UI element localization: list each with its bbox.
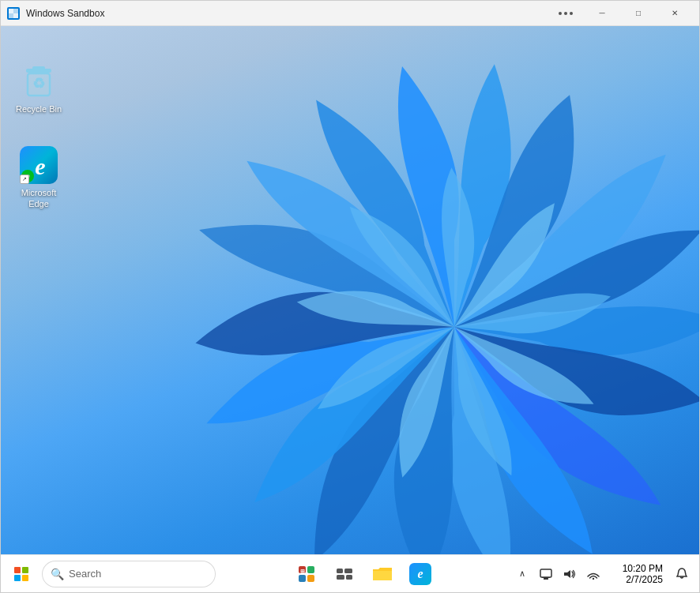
svg-rect-22 <box>373 571 392 580</box>
network-button[interactable] <box>582 560 604 588</box>
svg-rect-21 <box>346 575 352 580</box>
clock-date: 2/7/2025 <box>626 574 663 585</box>
file-explorer-button[interactable] <box>365 557 400 591</box>
app-icon <box>7 7 20 20</box>
search-icon: 🔍 <box>51 568 64 580</box>
svg-rect-14 <box>307 566 314 573</box>
task-view-button[interactable] <box>327 557 362 591</box>
volume-icon <box>563 569 576 580</box>
svg-rect-15 <box>299 575 306 582</box>
recycle-bin-icon[interactable]: ♻ Recycle Bin <box>7 59 70 118</box>
svg-text:⊞: ⊞ <box>300 568 305 573</box>
svg-text:e: e <box>35 153 45 179</box>
window-controls: ─ □ ✕ <box>548 1 693 26</box>
clock-time: 10:20 PM <box>623 563 663 574</box>
wallpaper <box>186 49 699 554</box>
taskbar-edge-button[interactable]: e <box>403 557 438 591</box>
maximize-button[interactable]: □ <box>620 1 657 26</box>
microsoft-edge-icon[interactable]: e ↗ ↗ Microsoft Edge <box>7 143 70 213</box>
shortcut-arrow: ↗ <box>20 175 29 184</box>
notification-button[interactable] <box>671 560 693 588</box>
taskbar-center-items: ⊞ <box>216 557 511 591</box>
svg-rect-20 <box>337 575 344 580</box>
minimize-button[interactable]: ─ <box>584 1 620 26</box>
svg-rect-1 <box>9 9 13 13</box>
recycle-bin-image: ♻ <box>20 62 58 100</box>
search-bar[interactable]: 🔍 Search <box>42 561 216 587</box>
start-button[interactable] <box>4 557 39 591</box>
desktop[interactable]: ♻ Recycle Bin e <box>1 26 699 554</box>
file-explorer-icon <box>372 565 393 583</box>
task-view-icon <box>336 565 353 583</box>
windows-sandbox-window: Windows Sandbox ─ □ ✕ <box>0 0 700 593</box>
svg-text:♻: ♻ <box>32 76 45 92</box>
widgets-button[interactable]: ⊞ <box>289 557 324 591</box>
more-options-button[interactable] <box>548 1 584 26</box>
chevron-up-icon: ∧ <box>519 569 525 579</box>
show-desktop-button[interactable] <box>535 560 557 588</box>
recycle-bin-label: Recycle Bin <box>16 103 62 114</box>
system-tray: ∧ <box>511 557 699 591</box>
svg-rect-19 <box>344 569 352 573</box>
svg-rect-23 <box>540 569 551 577</box>
svg-rect-3 <box>9 13 13 18</box>
widgets-icon: ⊞ <box>298 565 315 583</box>
windows-logo-icon <box>14 567 28 581</box>
svg-rect-4 <box>13 13 18 18</box>
svg-rect-16 <box>307 575 314 582</box>
title-bar: Windows Sandbox ─ □ ✕ <box>1 1 699 26</box>
search-label: Search <box>69 568 101 580</box>
volume-button[interactable] <box>559 560 581 588</box>
svg-marker-26 <box>564 570 570 578</box>
edge-label: Microsoft Edge <box>10 187 67 210</box>
window-title: Windows Sandbox <box>26 8 548 19</box>
svg-rect-6 <box>32 66 45 70</box>
tray-overflow-button[interactable]: ∧ <box>511 560 533 588</box>
svg-rect-2 <box>13 9 18 13</box>
notification-icon <box>676 568 687 580</box>
close-button[interactable]: ✕ <box>657 1 693 26</box>
taskbar: 🔍 Search ⊞ <box>1 554 699 592</box>
svg-rect-18 <box>337 569 343 573</box>
taskbar-edge-icon: e <box>409 563 431 585</box>
clock-button[interactable]: 10:20 PM 2/7/2025 <box>606 557 669 591</box>
svg-rect-24 <box>544 578 548 580</box>
svg-point-27 <box>593 577 594 579</box>
edge-image: e ↗ ↗ <box>20 146 58 184</box>
svg-rect-25 <box>542 577 550 578</box>
network-icon <box>587 569 600 580</box>
desktop-icon <box>540 569 552 580</box>
